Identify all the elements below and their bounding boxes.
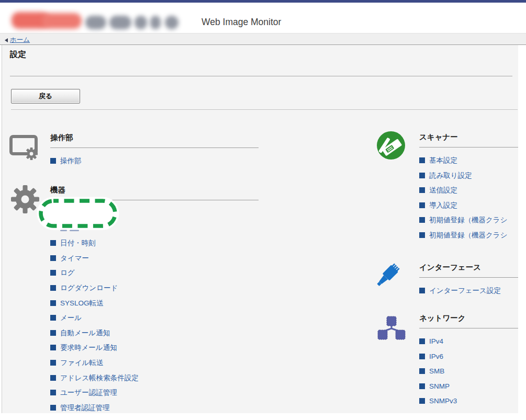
app-header: Web Image Monitor	[0, 3, 526, 33]
square-bullet-icon	[50, 240, 56, 246]
menu-item-label: システム	[60, 209, 89, 217]
menu-item-label: SNMPv3	[429, 397, 457, 405]
square-bullet-icon	[50, 405, 56, 411]
menu-item[interactable]: メール	[50, 314, 259, 329]
menu-item[interactable]: 管理者認証管理	[50, 404, 259, 413]
page-title: 設定	[10, 49, 26, 60]
settings-section: スキャナー 基本設定読み取り設定送信設定導入設定初期値登録（機器クラシ初期値登録…	[419, 133, 518, 246]
redacted-logo	[42, 13, 82, 29]
divider	[11, 109, 518, 110]
obscured-text-remnant	[60, 230, 67, 232]
redacted-device-name	[165, 16, 178, 29]
scanner-icon	[375, 129, 409, 163]
square-bullet-icon	[50, 285, 56, 291]
square-bullet-icon	[50, 255, 56, 261]
menu-item[interactable]: インターフェース設定	[419, 287, 518, 302]
menu-item[interactable]: 送信設定	[419, 186, 518, 201]
section-title: インターフェース	[419, 263, 518, 272]
menu-item-label: 読み取り設定	[429, 172, 472, 179]
menu-item-label: タイマー	[60, 254, 89, 262]
divider	[10, 76, 512, 76]
square-bullet-icon	[419, 338, 425, 344]
menu-item-label: 日付・時刻	[60, 239, 96, 247]
section-divider	[419, 147, 518, 147]
menu-item[interactable]: ファイル転送	[50, 359, 259, 374]
menu-item[interactable]: ログ	[50, 269, 259, 284]
square-bullet-icon	[50, 158, 56, 164]
menu-item-label: 操作部	[60, 157, 82, 165]
network-nodes-icon	[375, 314, 409, 348]
section-title: スキャナー	[419, 133, 518, 142]
gear-icon	[9, 183, 43, 216]
redacted-device-name	[85, 16, 106, 29]
menu-item[interactable]: 操作部	[50, 157, 259, 172]
menu-item-label: IPv4	[429, 337, 443, 345]
section-divider	[50, 200, 259, 200]
settings-section: ネットワーク IPv4IPv6SMBSNMPSNMPv3	[419, 314, 518, 412]
square-bullet-icon	[419, 354, 425, 359]
square-bullet-icon	[50, 390, 56, 395]
square-bullet-icon	[50, 375, 56, 381]
menu-item[interactable]: SMB	[419, 367, 518, 382]
section-item-list: インターフェース設定	[419, 287, 518, 302]
menu-item-label: 要求時メール通知	[60, 344, 117, 351]
menu-item-label: SNMP	[429, 382, 450, 390]
section-divider	[50, 147, 259, 148]
menu-item[interactable]: 自動メール通知	[50, 329, 259, 344]
redacted-device-name	[109, 16, 131, 29]
menu-item-label: ログ	[60, 269, 75, 277]
square-bullet-icon	[50, 270, 56, 276]
menu-item[interactable]: アドレス帳検索条件設定	[50, 374, 259, 389]
menu-item[interactable]: SNMP	[419, 382, 518, 398]
menu-item-label: メール	[60, 314, 82, 322]
menu-item[interactable]: ユーザー認証管理	[50, 389, 259, 404]
square-bullet-icon	[419, 187, 425, 193]
square-bullet-icon	[419, 217, 425, 223]
settings-section: 機器 システム日付・時刻タイマーログログダウンロードSYSLOG転送メール自動メ…	[50, 186, 259, 413]
section-title: ネットワーク	[419, 314, 518, 323]
menu-item-label: 導入設定	[429, 201, 457, 209]
menu-item-label: 基本設定	[429, 156, 457, 164]
menu-item[interactable]: SYSLOG転送	[50, 299, 259, 314]
operation-panel-icon	[9, 132, 43, 166]
menu-item[interactable]: 基本設定	[419, 156, 518, 172]
menu-item[interactable]: システム	[50, 209, 259, 224]
menu-item[interactable]: 導入設定	[419, 201, 518, 217]
section-item-list: 基本設定読み取り設定送信設定導入設定初期値登録（機器クラシ初期値登録（機器クラシ	[419, 156, 518, 246]
menu-item[interactable]: IPv6	[419, 353, 518, 368]
menu-item[interactable]: 初期値登録（機器クラシ	[419, 216, 518, 231]
square-bullet-icon	[419, 173, 425, 178]
square-bullet-icon	[419, 368, 425, 374]
menu-item-label: 送信設定	[429, 186, 457, 194]
menu-item[interactable]: SNMPv3	[419, 397, 518, 412]
menu-item-obscured	[50, 224, 259, 240]
menu-item[interactable]: ログダウンロード	[50, 284, 259, 299]
menu-item-label: ファイル転送	[60, 359, 103, 367]
square-bullet-icon	[419, 288, 425, 293]
section-item-list: IPv4IPv6SMBSNMPSNMPv3	[419, 337, 518, 412]
square-bullet-icon	[50, 330, 56, 336]
square-bullet-icon	[50, 300, 56, 306]
square-bullet-icon	[50, 210, 56, 216]
menu-item[interactable]: 要求時メール通知	[50, 344, 259, 359]
menu-item[interactable]: タイマー	[50, 254, 259, 269]
back-button[interactable]: 戻る	[11, 89, 80, 104]
obscured-text-remnant	[70, 230, 79, 232]
menu-item-label: アドレス帳検索条件設定	[60, 374, 139, 382]
menu-item[interactable]: 読み取り設定	[419, 172, 518, 187]
square-bullet-icon	[419, 232, 425, 238]
section-divider	[419, 328, 518, 328]
menu-item[interactable]: 日付・時刻	[50, 239, 259, 254]
section-item-list: システム日付・時刻タイマーログログダウンロードSYSLOG転送メール自動メール通…	[50, 209, 259, 413]
menu-item-label: ユーザー認証管理	[60, 389, 117, 396]
home-link[interactable]: ホーム	[5, 36, 30, 44]
breadcrumb: ホーム	[0, 33, 526, 45]
menu-item[interactable]: IPv4	[419, 337, 518, 353]
section-title: 操作部	[50, 133, 259, 142]
settings-section: 操作部 操作部	[50, 133, 259, 172]
menu-item[interactable]: 初期値登録（機器クラシ	[419, 231, 518, 246]
square-bullet-icon	[419, 202, 425, 208]
section-title: 機器	[50, 186, 259, 195]
menu-item-label: IPv6	[429, 353, 443, 360]
content-panel: 設定 戻る 操作部 操作部 機器 システム日付・時刻タイマーログログダウンロード…	[2, 45, 518, 413]
